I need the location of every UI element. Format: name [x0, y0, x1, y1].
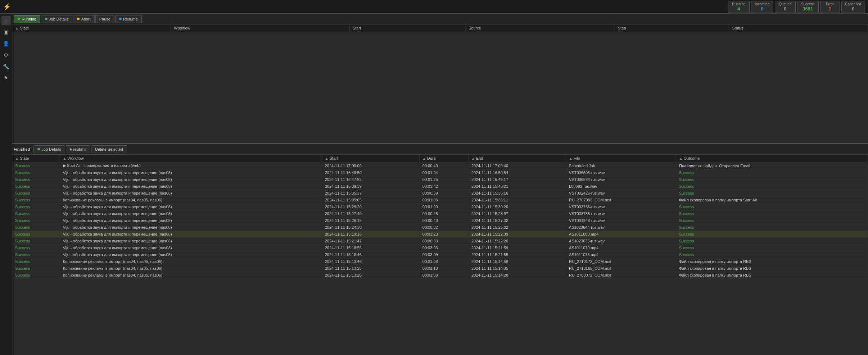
toolbar-btn-running[interactable]: Running	[14, 15, 40, 23]
toolbar-btn-pause[interactable]: Pause	[95, 15, 114, 23]
settings-icon[interactable]: 🔧	[1, 62, 11, 71]
running-table-area[interactable]: ▲StateWorkflowStartSourceStepStatus	[12, 24, 868, 143]
cell-file: VST003756-rus.wav	[566, 204, 676, 210]
stat-box-cancelled: Cancelled0	[841, 1, 865, 13]
toolbar-btn-abort[interactable]: Abort	[73, 15, 94, 23]
finished-toolbar-btn-resubmit[interactable]: Resubmit	[66, 145, 90, 153]
cell-state: Success	[12, 217, 60, 224]
finished-table-area[interactable]: ▲State▲Workflow▲Start▲Dura▲End▲File▲Outc…	[12, 155, 868, 355]
cell-outcome: Success	[676, 183, 868, 190]
table-row[interactable]: SuccessViju - обработка звука для импорт…	[12, 183, 868, 190]
table-row[interactable]: SuccessViju - обработка звука для импорт…	[12, 245, 868, 251]
toolbar-btn-job-details[interactable]: Job Details	[41, 15, 72, 23]
finished-col-header-outcome[interactable]: ▲Outcome	[676, 155, 868, 162]
toolbar-btn-resume[interactable]: Resume	[115, 15, 142, 23]
cell-state: Success	[12, 162, 60, 169]
cell-start: 2024-11-11 15:18:56	[322, 245, 419, 251]
table-row[interactable]: SuccessКопирование рекламы в импорт (nas…	[12, 272, 868, 279]
cell-file: AS1023644-rus.wav	[566, 224, 676, 231]
cell-state: Success	[12, 197, 60, 204]
table-row[interactable]: SuccessViju - обработка звука для импорт…	[12, 176, 868, 183]
cell-file: VST003755-rus.wav	[566, 210, 676, 217]
finished-toolbar-btn-delete-selected[interactable]: Delete Selected	[91, 145, 127, 153]
table-row[interactable]: SuccessViju - обработка звука для импорт…	[12, 190, 868, 197]
cell-end: 2024-11-11 15:22:39	[468, 231, 566, 238]
cell-workflow: Viju - обработка звука для импорта и пер…	[60, 217, 322, 224]
table-row[interactable]: SuccessViju - обработка звука для импорт…	[12, 224, 868, 231]
cell-outcome: Success	[676, 204, 868, 210]
stat-label-incoming: Incoming	[755, 2, 770, 6]
finished-col-header-state[interactable]: ▲State	[12, 155, 60, 162]
cell-dura: 00:01:25	[419, 176, 468, 183]
stat-box-incoming: Incoming0	[751, 1, 774, 13]
stat-value-error: 2	[824, 6, 836, 12]
cell-file: RU_2710165_COM.mxf	[566, 265, 676, 272]
cell-file: VST002426-rus.wav	[566, 190, 676, 197]
table-row[interactable]: SuccessViju - обработка звука для импорт…	[12, 204, 868, 210]
finished-col-header-end[interactable]: ▲End	[468, 155, 566, 162]
finished-col-header-file[interactable]: ▲File	[566, 155, 676, 162]
cell-end: 2024-11-11 15:21:59	[468, 245, 566, 251]
cell-dura: 00:01:04	[419, 169, 468, 176]
finished-col-header-workflow[interactable]: ▲Workflow	[60, 155, 322, 162]
finished-toolbar-btn-job-details[interactable]: Job Details	[33, 145, 65, 153]
table-row[interactable]: SuccessКопирование рекламы в импорт (nas…	[12, 258, 868, 265]
table-row[interactable]: SuccessViju - обработка звука для импорт…	[12, 251, 868, 258]
cell-start: 2024-11-11 16:49:50	[322, 169, 419, 176]
cell-end: 2024-11-11 15:30:20	[468, 204, 566, 210]
cell-start: 2024-11-11 15:24:30	[322, 224, 419, 231]
cell-file: RU_2710172_COM.mxf	[566, 258, 676, 265]
cell-end: 2024-11-11 15:27:02	[468, 217, 566, 224]
home-icon[interactable]: ⌂	[1, 16, 11, 25]
cell-outcome: Плайлист не найден. Отправлен Email	[676, 162, 868, 169]
monitor-icon[interactable]: ▣	[1, 27, 11, 37]
col-header-state[interactable]: ▲State	[12, 24, 171, 32]
cell-start: 2024-11-11 15:13:46	[322, 258, 419, 265]
sort-arrow-icon: ▲	[422, 156, 426, 160]
stat-value-cancelled: 0	[845, 6, 861, 12]
cell-file: RU_2708072_COM.mxf	[566, 272, 676, 279]
cell-workflow: Viju - обработка звука для импорта и пер…	[60, 204, 322, 210]
grid-icon[interactable]: ⚙	[1, 50, 11, 60]
stat-label-success: Success	[801, 2, 815, 6]
cell-end: 2024-11-11 15:28:37	[468, 210, 566, 217]
toolbar-label: Running	[22, 17, 36, 21]
cell-outcome: Success	[676, 231, 868, 238]
dot-icon	[77, 18, 80, 20]
cell-state: Success	[12, 224, 60, 231]
cell-outcome: Файл скопирован в папку импорта RBS	[676, 272, 868, 279]
finished-col-header-start[interactable]: ▲Start	[322, 155, 419, 162]
finished-col-header-dura[interactable]: ▲Dura	[419, 155, 468, 162]
cell-file: VST006584-rus.wav	[566, 176, 676, 183]
cell-dura: 00:01:10	[419, 265, 468, 272]
cell-start: 2024-11-11 15:21:47	[322, 238, 419, 245]
cell-state: Success	[12, 190, 60, 197]
cell-state: Success	[12, 204, 60, 210]
table-row[interactable]: SuccessViju - обработка звука для импорт…	[12, 231, 868, 238]
cell-workflow: Viju - обработка звука для импорта и пер…	[60, 231, 322, 238]
toolbar-label: Job Details	[49, 17, 68, 21]
stats-bar: Running4Incoming0Queued0Success3691Error…	[728, 1, 865, 13]
cell-end: 2024-11-11 15:36:11	[468, 197, 566, 204]
cell-workflow: ▶ Start Air - проверка листа на завтр (w…	[60, 162, 322, 169]
table-row[interactable]: SuccessViju - обработка звука для импорт…	[12, 217, 868, 224]
cell-start: 2024-11-11 15:18:46	[322, 251, 419, 258]
stat-value-running: 4	[732, 6, 745, 12]
table-row[interactable]: SuccessКопирование рекламы в импорт (nas…	[12, 265, 868, 272]
cell-start: 2024-11-11 15:26:19	[322, 217, 419, 224]
table-row[interactable]: Success▶ Start Air - проверка листа на з…	[12, 162, 868, 169]
dot-icon	[45, 18, 48, 20]
person-icon[interactable]: 👤	[1, 39, 11, 48]
table-row[interactable]: SuccessViju - обработка звука для импорт…	[12, 238, 868, 245]
cell-outcome: Success	[676, 238, 868, 245]
cell-workflow: Viju - обработка звука для импорта и пер…	[60, 210, 322, 217]
table-row[interactable]: SuccessКопирование рекламы в импорт (nas…	[12, 197, 868, 204]
table-row[interactable]: SuccessViju - обработка звука для импорт…	[12, 210, 868, 217]
cell-workflow: Копирование рекламы в импорт (nas04, nas…	[60, 272, 322, 279]
col-header-status: Status	[729, 24, 868, 32]
table-row[interactable]: SuccessViju - обработка звука для импорт…	[12, 169, 868, 176]
flag-icon[interactable]: ⚑	[1, 73, 11, 83]
toolbar-label: Resume	[123, 17, 138, 21]
dot-icon	[18, 18, 20, 20]
sidebar: ⌂▣👤⚙🔧⚑	[0, 14, 12, 355]
